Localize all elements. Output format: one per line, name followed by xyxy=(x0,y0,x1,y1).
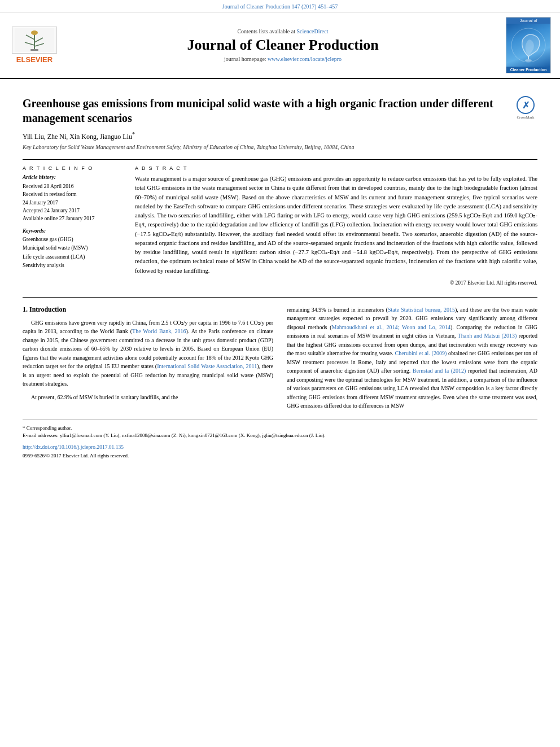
crossmark-label: CrossMark xyxy=(517,115,534,120)
abstract-col: A B S T R A C T Waste management is a ma… xyxy=(135,165,537,286)
journal-reference: Journal of Cleaner Production 147 (2017)… xyxy=(222,3,338,10)
email-line: E-mail addresses: ylliu1@foxmail.com (Y.… xyxy=(23,432,537,440)
journal-homepage: journal homepage: www.elsevier.com/locat… xyxy=(60,56,506,62)
intro-para1: GHG emissions have grown very rapidly in… xyxy=(23,318,273,388)
intro-para3: remaining 34.9% is burned in incinerator… xyxy=(287,305,537,410)
article-info-abstract: A R T I C L E I N F O Article history: R… xyxy=(23,165,537,286)
authors-line: Yili Liu, Zhe Ni, Xin Kong, Jianguo Liu* xyxy=(23,131,537,141)
thanh-link[interactable]: Thanh and Matsui (2013) xyxy=(458,333,517,339)
doi-line[interactable]: http://dx.doi.org/10.1016/j.jclepro.2017… xyxy=(23,443,537,451)
keyword-1: Greenhouse gas (GHG) xyxy=(23,235,121,244)
history-label: Article history: xyxy=(23,174,121,180)
svg-point-6 xyxy=(31,30,38,35)
email-addresses: ylliu1@foxmail.com (Y. Liu), nzfina12008… xyxy=(60,433,325,438)
top-journal-bar: Journal of Cleaner Production 147 (2017)… xyxy=(0,0,560,12)
revised-date: 24 January 2017 xyxy=(23,199,121,207)
article-info-heading: A R T I C L E I N F O xyxy=(23,165,121,171)
body-left-col: 1. Introduction GHG emissions have grown… xyxy=(23,305,273,410)
divider-1 xyxy=(23,159,537,160)
online-date: Available online 27 January 2017 xyxy=(23,215,121,222)
corresponding-sup: * xyxy=(132,131,135,137)
article-title-block: Greenhouse gas emissions from municipal … xyxy=(23,96,537,125)
elsevier-label: ELSEVIER xyxy=(16,55,53,64)
main-content: Greenhouse gas emissions from municipal … xyxy=(0,79,560,471)
journal-title-block: Contents lists available at ScienceDirec… xyxy=(60,28,506,62)
intro-para2: At present, 62.9% of MSW is buried in sa… xyxy=(23,393,273,402)
corresponding-note: * Corresponding author. xyxy=(23,425,537,433)
state-stat-link[interactable]: State Statistical bureau, 2015 xyxy=(388,307,455,313)
body-section: 1. Introduction GHG emissions have grown… xyxy=(23,297,537,410)
abstract-text: Waste management is a major source of gr… xyxy=(135,174,537,276)
elsevier-logo-block: ELSEVIER xyxy=(9,27,60,64)
journal-main-title: Journal of Cleaner Production xyxy=(60,37,506,54)
cherubini-link[interactable]: Cherubini et al. (2009) xyxy=(395,350,447,356)
authors-text: Yili Liu, Zhe Ni, Xin Kong, Jianguo Liu xyxy=(23,133,132,141)
cp-logo-bottom: Cleaner Production xyxy=(506,67,550,73)
affiliation: Key Laboratory for Solid Waste Managemen… xyxy=(23,143,537,151)
elsevier-image xyxy=(12,27,57,54)
sciencedirect-line: Contents lists available at ScienceDirec… xyxy=(60,28,506,34)
email-label: E-mail addresses: xyxy=(23,433,59,438)
footnote-section: * Corresponding author. E-mail addresses… xyxy=(23,420,537,460)
body-two-col: 1. Introduction GHG emissions have grown… xyxy=(23,305,537,410)
sciencedirect-link[interactable]: ScienceDirect xyxy=(296,28,328,34)
revised-label: Received in revised form xyxy=(23,190,121,198)
cleaner-production-logo: Journal of Cleaner Production xyxy=(506,17,551,73)
copyright-line: © 2017 Elsevier Ltd. All rights reserved… xyxy=(135,280,537,286)
bernstad-link[interactable]: Bernstad and la (2012) xyxy=(413,368,466,374)
cp-logo-top-text: Journal of xyxy=(506,18,550,24)
keyword-2: Municipal solid waste (MSW) xyxy=(23,244,121,252)
crossmark-icon: ✗ xyxy=(517,96,535,114)
crossmark-badge: ✗ CrossMark xyxy=(514,96,537,120)
homepage-link[interactable]: www.elsevier.com/locate/jclepro xyxy=(268,56,342,62)
iswa-link[interactable]: International Solid Waste Association, 2… xyxy=(157,363,257,369)
doi-text[interactable]: http://dx.doi.org/10.1016/j.jclepro.2017… xyxy=(23,444,124,450)
article-info-col: A R T I C L E I N F O Article history: R… xyxy=(23,165,121,286)
mahmoud-link[interactable]: Mahmoudkhani et al., 2014; Woon and Lo, … xyxy=(332,324,450,330)
svg-rect-7 xyxy=(30,49,38,51)
keyword-3: Life cycle assessment (LCA) xyxy=(23,253,121,261)
intro-heading: 1. Introduction xyxy=(23,305,273,314)
abstract-heading: A B S T R A C T xyxy=(135,165,537,171)
journal-header: ELSEVIER Contents lists available at Sci… xyxy=(0,12,560,79)
body-right-col: remaining 34.9% is burned in incinerator… xyxy=(287,305,537,410)
accepted-date: Accepted 24 January 2017 xyxy=(23,207,121,215)
world-bank-link[interactable]: The World Bank, 2016 xyxy=(132,328,186,334)
cp-logo-image xyxy=(506,24,550,67)
svg-point-10 xyxy=(525,59,532,62)
issn-line: 0959-6526/© 2017 Elsevier Ltd. All right… xyxy=(23,452,537,460)
keyword-4: Sensitivity analysis xyxy=(23,261,121,270)
article-title: Greenhouse gas emissions from municipal … xyxy=(23,96,537,125)
received-date: Received 28 April 2016 xyxy=(23,182,121,190)
keywords-label: Keywords: xyxy=(23,228,121,234)
